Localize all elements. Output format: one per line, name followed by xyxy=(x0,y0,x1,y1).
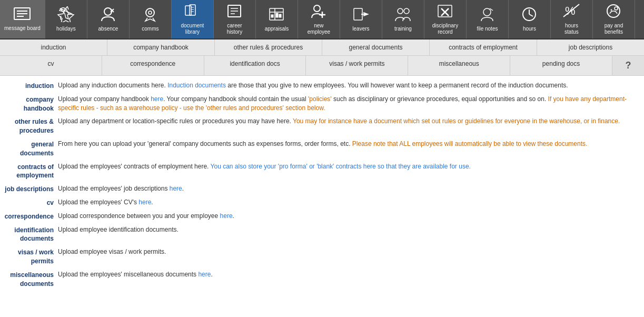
holidays-icon xyxy=(57,6,75,25)
svg-rect-27 xyxy=(354,8,362,20)
link-job-descriptions[interactable]: here xyxy=(170,185,182,192)
text-general-documents: From here you can upload your 'general' … xyxy=(58,140,639,158)
tab-miscellaneous[interactable]: miscellaneous xyxy=(408,56,510,75)
nav-pay-and-benefits[interactable]: pay andbenefits xyxy=(593,0,635,38)
nav-absence[interactable]: absence xyxy=(87,0,130,38)
pay-and-benefits-icon xyxy=(605,3,622,22)
file-notes-icon xyxy=(478,6,496,25)
svg-point-29 xyxy=(398,8,403,14)
text-cv: Upload the employees' CV's here. xyxy=(58,198,639,207)
career-history-icon xyxy=(225,3,243,22)
nav-label-file-notes: file notes xyxy=(477,26,498,32)
nav-hours[interactable]: hours xyxy=(509,0,551,38)
appraisals-icon xyxy=(267,6,285,25)
disciplinary-record-icon xyxy=(436,3,454,22)
nav-message-board[interactable]: message board xyxy=(0,0,45,38)
label-company-handbook: companyhandbook xyxy=(0,95,58,113)
tab-contracts-of-employment[interactable]: contracts of employment xyxy=(430,39,537,55)
nav-label-holidays: holidays xyxy=(56,26,76,32)
tab-identification-docs[interactable]: identification docs xyxy=(204,56,306,75)
text-induction: Upload any induction documents here. Ind… xyxy=(58,81,639,91)
text-visas-work-permits: Upload employee visas / work permits. xyxy=(58,247,639,266)
nav-holidays[interactable]: holidays xyxy=(45,0,87,38)
row-miscellaneous-documents: miscellaneousdocuments Upload the employ… xyxy=(0,270,639,289)
text-job-descriptions: Upload the employees' job descriptions h… xyxy=(58,184,639,194)
label-induction: induction xyxy=(0,81,58,91)
tab-job-descriptions[interactable]: job descriptions xyxy=(537,39,644,55)
svg-point-30 xyxy=(404,8,409,14)
nav-appraisals[interactable]: appraisals xyxy=(256,0,298,38)
nav-disciplinary-record[interactable]: disciplinaryrecord xyxy=(424,0,467,38)
row-correspondence: correspondence Upload correspondence bet… xyxy=(0,212,639,221)
nav-label-disciplinary-record: disciplinaryrecord xyxy=(432,23,458,35)
link-induction-docs[interactable]: Induction documents xyxy=(167,82,226,89)
text-identification-documents: Upload employee identification documents… xyxy=(58,225,639,244)
top-navigation: message board holidays absence xyxy=(0,0,644,39)
nav-leavers[interactable]: leavers xyxy=(340,0,382,38)
svg-rect-10 xyxy=(190,5,195,15)
text-miscellaneous-documents: Upload the employees' miscellaneous docu… xyxy=(58,270,639,289)
tab-row-2: cv correspondence identification docs vi… xyxy=(0,56,644,76)
tab-help[interactable]: ? xyxy=(612,56,644,75)
new-employee-icon xyxy=(310,3,328,22)
nav-label-hours: hours xyxy=(523,26,536,32)
text-company-handbook: Upload your company handbook here. Your … xyxy=(58,95,639,113)
label-general-documents: generaldocuments xyxy=(0,140,58,158)
label-visas-work-permits: visas / workpermits xyxy=(0,247,58,266)
tab-induction[interactable]: induction xyxy=(0,39,107,55)
nav-label-new-employee: newemployee xyxy=(308,23,330,35)
nav-label-message-board: message board xyxy=(4,25,41,32)
tab-pending-docs[interactable]: pending docs xyxy=(510,56,612,75)
tab-other-rules[interactable]: other rules & procedures xyxy=(215,39,322,55)
tab-visas-work-permits[interactable]: visas / work permits xyxy=(306,56,408,75)
nav-label-pay-and-benefits: pay andbenefits xyxy=(605,23,623,35)
label-identification-documents: identificationdocuments xyxy=(0,225,58,244)
link-contracts[interactable]: You can also store your 'pro forma' or '… xyxy=(211,163,471,170)
label-contracts-of-employment: contracts ofemployment xyxy=(0,162,58,181)
tab-correspondence[interactable]: correspondence xyxy=(102,56,204,75)
hours-icon xyxy=(520,6,538,25)
link-company-handbook[interactable]: here xyxy=(151,95,163,103)
nav-career-history[interactable]: careerhistory xyxy=(214,0,256,38)
svg-rect-9 xyxy=(185,6,191,15)
tab-cv[interactable]: cv xyxy=(0,56,102,75)
tab-company-handbook[interactable]: company handbook xyxy=(107,39,215,55)
nav-label-document-library: documentlibrary xyxy=(181,23,204,35)
training-icon xyxy=(394,6,412,25)
label-cv: cv xyxy=(0,198,58,207)
row-cv: cv Upload the employees' CV's here. xyxy=(0,198,639,207)
text-other-rules: Upload any department or location-specif… xyxy=(58,117,639,135)
tab-general-documents[interactable]: general documents xyxy=(322,39,430,55)
svg-rect-22 xyxy=(279,14,281,17)
nav-comms[interactable]: comms xyxy=(130,0,172,38)
label-miscellaneous-documents: miscellaneousdocuments xyxy=(0,270,58,289)
label-correspondence: correspondence xyxy=(0,212,58,221)
svg-line-38 xyxy=(529,14,533,16)
link-correspondence[interactable]: here xyxy=(220,212,233,220)
nav-label-comms: comms xyxy=(142,26,158,32)
link-cv[interactable]: here xyxy=(138,199,151,206)
row-job-descriptions: job descriptions Upload the employees' j… xyxy=(0,184,639,194)
svg-point-34 xyxy=(483,8,491,16)
absence-icon xyxy=(99,6,117,25)
svg-rect-21 xyxy=(276,13,278,17)
svg-point-7 xyxy=(146,8,154,17)
row-general-documents: generaldocuments From here you can uploa… xyxy=(0,140,639,158)
text-correspondence: Upload correspondence between you and yo… xyxy=(58,212,639,221)
nav-training[interactable]: training xyxy=(382,0,424,38)
svg-point-8 xyxy=(148,11,152,14)
nav-hours-status[interactable]: % hoursstatus xyxy=(551,0,593,38)
row-visas-work-permits: visas / workpermits Upload employee visa… xyxy=(0,247,639,266)
nav-label-hours-status: hoursstatus xyxy=(564,23,579,35)
row-company-handbook: companyhandbook Upload your company hand… xyxy=(0,95,639,113)
svg-point-24 xyxy=(314,5,320,12)
nav-label-training: training xyxy=(394,26,412,32)
nav-document-library[interactable]: documentlibrary xyxy=(172,0,214,38)
tab-row-1: induction company handbook other rules &… xyxy=(0,39,644,56)
nav-new-employee[interactable]: newemployee xyxy=(298,0,340,38)
nav-file-notes[interactable]: file notes xyxy=(467,0,509,38)
nav-label-leavers: leavers xyxy=(352,26,369,32)
comms-icon xyxy=(141,6,159,25)
label-job-descriptions: job descriptions xyxy=(0,184,58,194)
link-miscellaneous[interactable]: here xyxy=(198,271,211,278)
